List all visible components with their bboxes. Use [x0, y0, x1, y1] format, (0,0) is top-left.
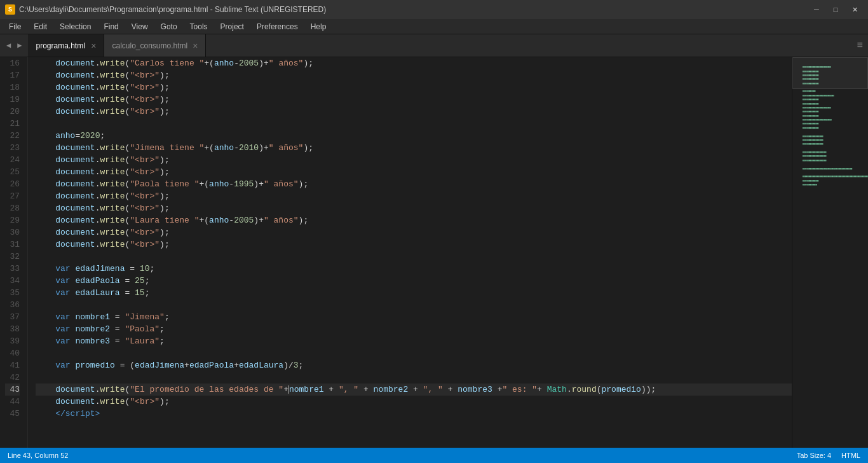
code-line-32	[36, 251, 792, 263]
tabs-scroll-right[interactable]: ≡	[857, 34, 868, 57]
title-bar: S C:\Users\dayli\Documents\Programacion\…	[0, 0, 868, 19]
menu-help[interactable]: Help	[304, 19, 333, 34]
code-line-27: document.write("<br>");	[36, 190, 792, 202]
code-line-22: anho=2020;	[36, 130, 792, 142]
tab-programa-html[interactable]: programa.html ×	[28, 34, 104, 57]
code-line-45: </script>	[36, 408, 792, 420]
main-editor-area: 16 17 18 19 20 21 22 23 24 25 26 27 28 2…	[0, 57, 868, 448]
code-line-26: document.write("Paola tiene "+(anho-1995…	[36, 178, 792, 190]
code-line-38: var nombre2 = "Paola";	[36, 323, 792, 335]
menu-file[interactable]: File	[3, 19, 27, 34]
menu-bar: File Edit Selection Find View Goto Tools…	[0, 19, 868, 34]
tab-programa-label: programa.html	[36, 41, 85, 50]
close-button[interactable]: ✕	[846, 3, 863, 16]
code-line-35: var edadLaura = 15;	[36, 287, 792, 299]
editor[interactable]: 16 17 18 19 20 21 22 23 24 25 26 27 28 2…	[0, 57, 868, 448]
syntax-status: HTML	[841, 452, 860, 459]
menu-tools[interactable]: Tools	[184, 19, 214, 34]
menu-project[interactable]: Project	[214, 19, 250, 34]
menu-edit[interactable]: Edit	[27, 19, 53, 34]
tab-calculo-label: calculo_consumo.html	[112, 41, 187, 50]
title-text: C:\Users\dayli\Documents\Programacion\pr…	[19, 5, 326, 14]
menu-selection[interactable]: Selection	[53, 19, 97, 34]
code-line-37: var nombre1 = "Jimena";	[36, 311, 792, 323]
code-line-36	[36, 299, 792, 311]
code-line-24: document.write("<br>");	[36, 154, 792, 166]
code-line-28: document.write("<br>");	[36, 202, 792, 214]
code-line-29: document.write("Laura tiene "+(anho-2005…	[36, 214, 792, 226]
window-controls: ─ □ ✕	[808, 3, 863, 16]
tab-arrows: ◀ ▶	[0, 34, 28, 57]
code-line-20: document.write("<br>");	[36, 106, 792, 118]
code-line-23: document.write("Jimena tiene "+(anho-201…	[36, 142, 792, 154]
minimize-button[interactable]: ─	[808, 3, 825, 16]
minimap-highlight	[792, 57, 868, 89]
menu-find[interactable]: Find	[97, 19, 125, 34]
code-line-42	[36, 371, 792, 384]
code-line-41: var promedio = (edadJimena+edadPaola+eda…	[36, 359, 792, 371]
status-left: Line 43, Column 52	[8, 452, 68, 459]
code-line-43: document.write("El promedio de las edade…	[36, 384, 792, 396]
menu-preferences[interactable]: Preferences	[250, 19, 304, 34]
menu-view[interactable]: View	[125, 19, 154, 34]
app-icon: S	[5, 4, 15, 15]
code-line-39: var nombre3 = "Laura";	[36, 335, 792, 347]
code-line-33: var edadJimena = 10;	[36, 263, 792, 275]
code-line-40	[36, 347, 792, 359]
tabs-bar: ◀ ▶ programa.html × calculo_consumo.html…	[0, 34, 868, 57]
code-line-17: document.write("<br>");	[36, 69, 792, 81]
tab-right-arrow[interactable]: ▶	[15, 39, 24, 52]
code-area[interactable]: document.write("Carlos tiene "+(anho-200…	[28, 57, 792, 448]
code-line-25: document.write("<br>");	[36, 166, 792, 178]
status-right: Tab Size: 4 HTML	[797, 452, 860, 459]
menu-goto[interactable]: Goto	[154, 19, 184, 34]
tab-calculo-close[interactable]: ×	[193, 41, 198, 51]
minimap: ████ ████████████████████████████████ ██…	[792, 57, 868, 448]
code-line-34: var edadPaola = 25;	[36, 275, 792, 287]
status-bar: Line 43, Column 52 Tab Size: 4 HTML	[0, 448, 868, 463]
code-line-21	[36, 118, 792, 130]
code-line-18: document.write("<br>");	[36, 81, 792, 93]
code-line-30: document.write("<br>");	[36, 226, 792, 238]
tab-calculo-consumo[interactable]: calculo_consumo.html ×	[104, 34, 206, 57]
tab-programa-close[interactable]: ×	[91, 41, 96, 51]
code-line-31: document.write("<br>");	[36, 238, 792, 251]
line-col-status: Line 43, Column 52	[8, 452, 68, 459]
code-line-16: document.write("Carlos tiene "+(anho-200…	[36, 57, 792, 69]
maximize-button[interactable]: □	[827, 3, 844, 16]
code-line-44: document.write("<br>");	[36, 396, 792, 408]
title-bar-left: S C:\Users\dayli\Documents\Programacion\…	[5, 4, 326, 15]
line-numbers: 16 17 18 19 20 21 22 23 24 25 26 27 28 2…	[0, 57, 28, 448]
tab-left-arrow[interactable]: ◀	[4, 39, 13, 52]
tab-size-status: Tab Size: 4	[797, 452, 831, 459]
code-line-19: document.write("<br>");	[36, 93, 792, 106]
